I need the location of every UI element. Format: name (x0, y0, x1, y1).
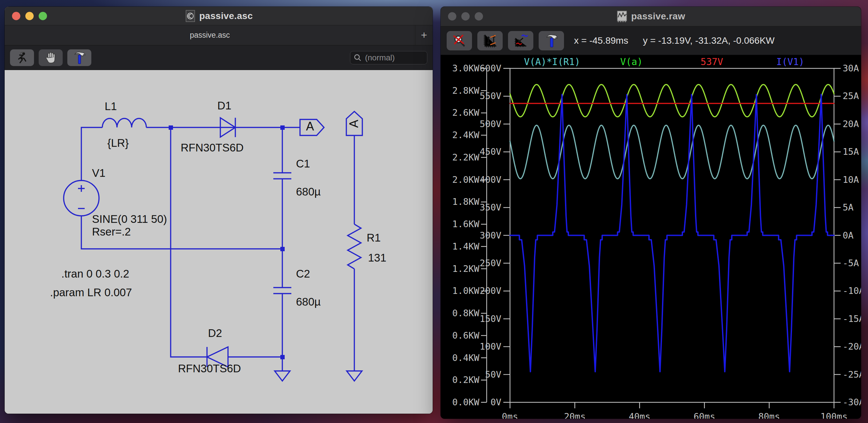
power-axis-tick-label: 1.4KW (452, 241, 480, 252)
component-value2-V1[interactable]: Rser=.2 (92, 226, 131, 238)
net-label-A-load[interactable]: A (347, 120, 361, 128)
time-axis-tick-label: 60ms (694, 411, 715, 419)
component-value-D2[interactable]: RFN30TS6D (178, 362, 241, 375)
tab-passive-asc[interactable]: passive.asc (5, 31, 415, 40)
inductor-L1 (102, 118, 146, 128)
component-value-D1[interactable]: RFN30TS6D (181, 141, 244, 154)
vsource-plus (78, 185, 85, 192)
control-panel-button[interactable] (539, 31, 564, 50)
cursor-x-value: x = -45.89ms (574, 35, 628, 46)
close-button-inactive[interactable] (448, 12, 456, 21)
component-value-V1[interactable]: SINE(0 311 50) (92, 213, 167, 226)
component-value-R1[interactable]: 131 (368, 252, 386, 264)
component-ref-D2[interactable]: D2 (208, 327, 222, 340)
zoom-button-inactive[interactable] (475, 12, 483, 21)
time-axis-tick-label: 20ms (564, 411, 586, 419)
power-axis-tick-label: 1.6KW (452, 219, 480, 229)
autorange-y-icon (482, 33, 498, 48)
hammer-icon (544, 33, 559, 48)
autorange-y-button[interactable] (477, 31, 503, 50)
current-axis-tick-label: -20A (843, 341, 861, 351)
current-axis-tick-label: 0A (843, 230, 854, 241)
new-tab-button[interactable]: + (415, 25, 433, 45)
minimize-button-inactive[interactable] (461, 12, 470, 21)
component-value-L1[interactable]: {LR} (107, 137, 129, 149)
component-value-C2[interactable]: 680µ (296, 295, 321, 308)
window-title: passive.asc (199, 11, 253, 21)
legend-item-I-V1-[interactable]: I(V1) (776, 56, 804, 67)
capacitor-C2 (273, 287, 291, 293)
voltage-axis-tick-label: 400V (480, 174, 501, 185)
schematic-titlebar[interactable]: passive.asc (5, 7, 433, 25)
current-axis-tick-label: 30A (843, 63, 859, 74)
voltage-axis-tick-label: 200V (480, 286, 501, 296)
power-axis-tick-label: 2.2KW (452, 152, 480, 163)
legend-item-537V[interactable]: 537V (701, 56, 723, 67)
component-ref-C1[interactable]: C1 (296, 158, 310, 170)
minimize-button[interactable] (25, 12, 34, 20)
wire-junction (280, 125, 285, 130)
run-icon (16, 51, 29, 64)
waveform-pane[interactable]: 3.0KW2.8KW2.6KW2.4KW2.2KW2.0KW1.8KW1.6KW… (441, 55, 861, 419)
net-label-A-output[interactable]: A (306, 119, 314, 134)
component-value-C1[interactable]: 680µ (296, 186, 321, 198)
hand-icon (44, 51, 57, 64)
halt-button[interactable] (39, 49, 63, 66)
current-axis-tick-label: -15A (843, 314, 861, 324)
schematic-toolbar (5, 45, 433, 70)
search-icon (354, 54, 362, 62)
waveform-titlebar[interactable]: passive.raw (441, 7, 861, 26)
voltage-axis-tick-label: 300V (480, 230, 501, 241)
power-axis-tick-label: 2.4KW (452, 130, 480, 140)
component-ref-C2[interactable]: C2 (296, 267, 310, 280)
current-axis-tick-label: 25A (843, 91, 859, 101)
waveform-plot: 3.0KW2.8KW2.6KW2.4KW2.2KW2.0KW1.8KW1.6KW… (441, 55, 861, 419)
time-axis-tick-label: 0ms (502, 411, 518, 419)
power-axis-tick-label: 1.2KW (452, 263, 480, 274)
component-ref-R1[interactable]: R1 (367, 231, 381, 244)
power-axis-tick-label: 2.6KW (452, 107, 480, 118)
legend-item-V-A-I-R1-[interactable]: V(A)*I(R1) (524, 56, 580, 67)
power-axis-tick-label: 1.0KW (452, 286, 480, 296)
voltage-axis-tick-label: 100V (480, 341, 501, 351)
plot-settings-button[interactable] (508, 31, 533, 50)
close-button[interactable] (12, 12, 20, 20)
zoom-disabled-button[interactable] (447, 31, 472, 50)
wire-junction (280, 355, 285, 359)
desktop: { "left_window": { "title": "passive.asc… (0, 0, 868, 423)
search-field[interactable] (350, 51, 427, 64)
current-axis-tick-label: 5A (843, 202, 854, 213)
power-axis-tick-label: 0.6KW (452, 330, 480, 341)
run-button[interactable] (10, 49, 34, 66)
control-panel-button[interactable] (67, 49, 91, 66)
schematic-canvas[interactable]: L1 {LR} V1 SINE(0 311 50) Rser=.2 D1 RFN… (5, 70, 433, 414)
voltage-axis-tick-label: 350V (480, 202, 501, 213)
power-axis-tick-label: 2.8KW (452, 85, 480, 96)
component-ref-D1[interactable]: D1 (217, 100, 231, 112)
voltage-axis-tick-label: 150V (480, 314, 501, 324)
wire (170, 128, 282, 357)
waveform-doc-icon (616, 10, 628, 23)
component-ref-L1[interactable]: L1 (105, 100, 117, 113)
current-axis-tick-label: -5A (843, 258, 859, 268)
current-axis-tick-label: 10A (843, 174, 859, 185)
wire-junction (169, 125, 173, 130)
legend-item-V-a-[interactable]: V(a) (620, 56, 643, 67)
ground-symbol (275, 371, 290, 381)
schematic-doc-icon (185, 10, 196, 22)
search-input[interactable] (364, 53, 422, 63)
trace-I-V1- (510, 94, 834, 372)
capacitor-C1 (273, 173, 291, 179)
resistor-R1 (348, 224, 361, 269)
current-axis-tick-label: -10A (843, 286, 861, 296)
wire-junction (280, 247, 285, 251)
voltage-axis-tick-label: 500V (480, 119, 501, 129)
voltage-axis-tick-label: 600V (480, 63, 501, 74)
power-axis-tick-label: 3.0KW (452, 63, 480, 74)
spice-directive-param[interactable]: .param LR 0.007 (50, 286, 132, 299)
schematic-window: passive.asc passive.asc + (5, 7, 433, 414)
waveform-window: passive.raw (441, 7, 861, 419)
component-ref-V1[interactable]: V1 (92, 167, 105, 179)
spice-directive-tran[interactable]: .tran 0 0.3 0.2 (61, 267, 129, 280)
zoom-button[interactable] (39, 12, 47, 20)
